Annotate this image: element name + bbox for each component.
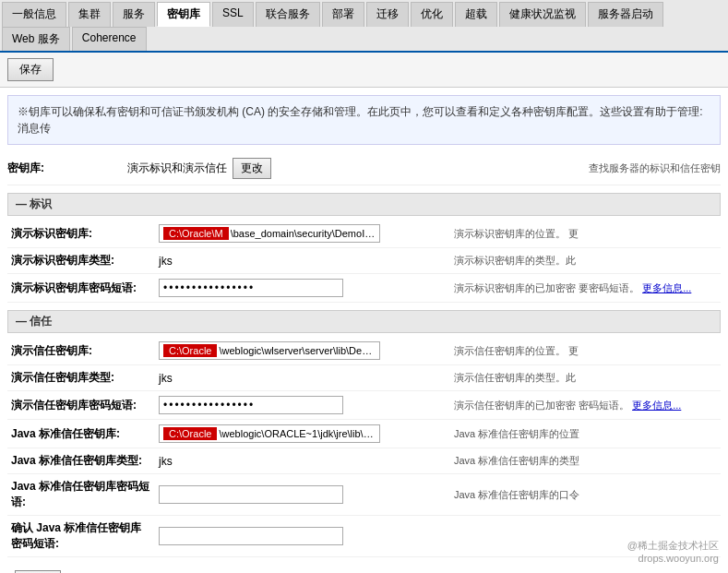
- field-value-demo-identity-ks: C:\Oracle\M \base_domain\security\DemoId…: [155, 220, 450, 248]
- field-desc-demo-trust-type: 演示信任密钥库的类型。此: [450, 365, 721, 391]
- nav-tab-keystore[interactable]: 密钥库: [157, 2, 210, 27]
- field-label-demo-identity-ks: 演示标识密钥库:: [7, 220, 155, 248]
- nav-tab-services[interactable]: 服务: [113, 2, 155, 27]
- demo-identity-type-value: jks: [159, 255, 173, 268]
- table-row: 确认 Java 标准信任密钥库密码短语:: [7, 516, 721, 557]
- nav-tab-cluster[interactable]: 集群: [68, 2, 111, 27]
- path-text-java-trust: \weblogic\ORACLE~1\jdk\jre\lib\security\…: [219, 428, 376, 439]
- keystore-current-value: 演示标识和演示信任: [127, 161, 227, 176]
- field-desc-demo-identity-pass: 演示标识密钥库的已加密密 要密码短语。 更多信息...: [450, 274, 721, 303]
- main-content: 密钥库: 演示标识和演示信任 更改 查找服务器的标识和信任密钥 — 标识 演示标…: [0, 152, 728, 573]
- demo-identity-passphrase-input[interactable]: [159, 279, 343, 297]
- field-label-demo-trust-pass: 演示信任密钥库密码短语:: [7, 391, 155, 420]
- field-value-java-trust-confirm: [155, 516, 450, 557]
- path-box-identity: C:\Oracle\M \base_domain\security\DemoId…: [159, 224, 380, 243]
- field-value-demo-trust-ks: C:\Oracle \weblogic\wlserver\server\lib\…: [155, 337, 450, 365]
- nav-tab-deploy[interactable]: 部署: [322, 2, 364, 27]
- demo-trust-passphrase-input[interactable]: [159, 396, 343, 414]
- description-banner: ※钥库可以确保私有密钥和可信证书颁发机构 (CA) 的安全存储和管理。在此页中，…: [7, 95, 721, 145]
- field-value-java-trust-pass: [155, 474, 450, 516]
- field-label-demo-identity-type: 演示标识密钥库类型:: [7, 248, 155, 274]
- table-row: Java 标准信任密钥库密码短语: Java 标准信任密钥库的口令: [7, 474, 721, 516]
- field-desc-java-trust-ks: Java 标准信任密钥库的位置: [450, 420, 721, 448]
- field-value-demo-trust-type: jks: [155, 365, 450, 391]
- field-desc-java-trust-type: Java 标准信任密钥库的类型: [450, 448, 721, 474]
- field-label-java-trust-pass: Java 标准信任密钥库密码短语:: [7, 474, 155, 516]
- keystore-label: 密钥库:: [7, 161, 127, 176]
- nav-tab-migrate[interactable]: 迁移: [366, 2, 409, 27]
- nav-tab-health[interactable]: 健康状况监视: [499, 2, 586, 27]
- field-value-demo-trust-pass: [155, 391, 450, 420]
- field-label-demo-trust-ks: 演示信任密钥库:: [7, 337, 155, 365]
- nav-tab-optimize[interactable]: 优化: [411, 2, 453, 27]
- path-red-identity: C:\Oracle\M: [163, 227, 229, 240]
- path-red-trust: C:\Oracle: [163, 344, 217, 357]
- keystore-value-container: 演示标识和演示信任 更改: [127, 158, 271, 179]
- identity-form-table: 演示标识密钥库: C:\Oracle\M \base_domain\securi…: [7, 220, 721, 303]
- demo-trust-pass-desc-text: 演示信任密钥库的已加密密 密码短语。: [454, 400, 629, 411]
- path-text-trust: \weblogic\wlserver\server\lib\DemoTrust.…: [219, 345, 376, 356]
- nav-tab-webservices[interactable]: Web 服务: [2, 27, 70, 51]
- keystore-desc: 查找服务器的标识和信任密钥: [589, 161, 721, 175]
- nav-tab-ssl[interactable]: SSL: [212, 2, 254, 27]
- path-red-java-trust: C:\Oracle: [163, 427, 217, 440]
- field-label-java-trust-type: Java 标准信任密钥库类型:: [7, 448, 155, 474]
- table-row: 演示信任密钥库: C:\Oracle \weblogic\wlserver\se…: [7, 337, 721, 365]
- field-label-demo-trust-type: 演示信任密钥库类型:: [7, 365, 155, 391]
- demo-identity-pass-desc-text: 演示标识密钥库的已加密密 要密码短语。: [454, 282, 639, 293]
- field-desc-demo-trust-ks: 演示信任密钥库的位置。 更: [450, 337, 721, 365]
- demo-trust-type-value: jks: [159, 372, 173, 385]
- nav-tab-coherence[interactable]: Coherence: [72, 27, 147, 51]
- field-desc-demo-trust-pass: 演示信任密钥库的已加密密 密码短语。 更多信息...: [450, 391, 721, 420]
- table-row: Java 标准信任密钥库: C:\Oracle \weblogic\ORACLE…: [7, 420, 721, 448]
- field-value-demo-identity-type: jks: [155, 248, 450, 274]
- change-keystore-button[interactable]: 更改: [233, 158, 271, 179]
- keystore-row: 密钥库: 演示标识和演示信任 更改 查找服务器的标识和信任密钥: [7, 152, 721, 185]
- table-row: 演示标识密钥库类型: jks 演示标识密钥库的类型。此: [7, 248, 721, 274]
- field-value-java-trust-ks: C:\Oracle \weblogic\ORACLE~1\jdk\jre\lib…: [155, 420, 450, 448]
- path-box-java-trust: C:\Oracle \weblogic\ORACLE~1\jdk\jre\lib…: [159, 424, 380, 443]
- field-desc-java-trust-pass: Java 标准信任密钥库的口令: [450, 474, 721, 516]
- field-value-java-trust-type: jks: [155, 448, 450, 474]
- save-button-top[interactable]: 保存: [7, 58, 54, 81]
- java-trust-confirm-input[interactable]: [159, 527, 343, 545]
- bottom-toolbar: 保存: [7, 565, 721, 573]
- nav-tab-federation[interactable]: 联合服务: [256, 2, 320, 27]
- path-box-trust: C:\Oracle \weblogic\wlserver\server\lib\…: [159, 341, 380, 360]
- field-label-java-trust-ks: Java 标准信任密钥库:: [7, 420, 155, 448]
- more-info-link-2[interactable]: 更多信息...: [632, 400, 681, 411]
- more-info-link-1[interactable]: 更多信息...: [642, 282, 691, 293]
- table-row: Java 标准信任密钥库类型: jks Java 标准信任密钥库的类型: [7, 448, 721, 474]
- nav-tabs: 一般信息集群服务密钥库SSL联合服务部署迁移优化超载健康状况监视服务器启动Web…: [0, 0, 728, 53]
- table-row: 演示信任密钥库密码短语: 演示信任密钥库的已加密密 密码短语。 更多信息...: [7, 391, 721, 420]
- field-value-demo-identity-pass: [155, 274, 450, 303]
- trust-form-table: 演示信任密钥库: C:\Oracle \weblogic\wlserver\se…: [7, 337, 721, 557]
- table-row: 演示标识密钥库: C:\Oracle\M \base_domain\securi…: [7, 220, 721, 248]
- java-trust-type-value: jks: [159, 455, 173, 468]
- field-desc-java-trust-confirm: [450, 516, 721, 557]
- field-desc-demo-identity-type: 演示标识密钥库的类型。此: [450, 248, 721, 274]
- trust-section-header: — 信任: [7, 310, 721, 333]
- field-desc-demo-identity-ks: 演示标识密钥库的位置。 更: [450, 220, 721, 248]
- path-text-identity: \base_domain\security\DemoIdentity.jks: [231, 228, 376, 239]
- field-label-java-trust-confirm: 确认 Java 标准信任密钥库密码短语:: [7, 516, 155, 557]
- field-label-demo-identity-pass: 演示标识密钥库密码短语:: [7, 274, 155, 303]
- toolbar: 保存: [0, 53, 728, 88]
- nav-tab-overload[interactable]: 超载: [455, 2, 497, 27]
- table-row: 演示信任密钥库类型: jks 演示信任密钥库的类型。此: [7, 365, 721, 391]
- java-trust-passphrase-input[interactable]: [159, 485, 343, 504]
- table-row: 演示标识密钥库密码短语: 演示标识密钥库的已加密密 要密码短语。 更多信息...: [7, 274, 721, 303]
- nav-tab-serverstart[interactable]: 服务器启动: [588, 2, 663, 27]
- identity-section-header: — 标识: [7, 193, 721, 216]
- nav-tab-general[interactable]: 一般信息: [2, 2, 66, 27]
